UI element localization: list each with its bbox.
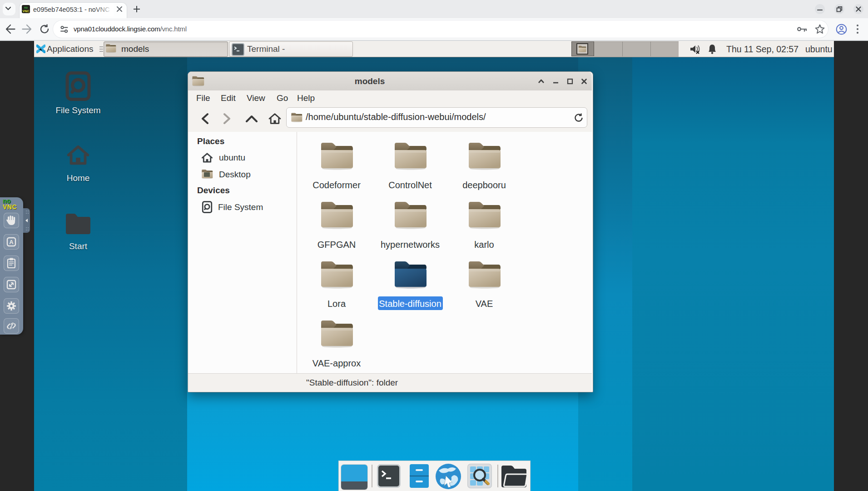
svg-text:A: A xyxy=(9,239,14,246)
svg-text:VNC: VNC xyxy=(23,10,30,13)
svg-text:no: no xyxy=(24,6,28,9)
